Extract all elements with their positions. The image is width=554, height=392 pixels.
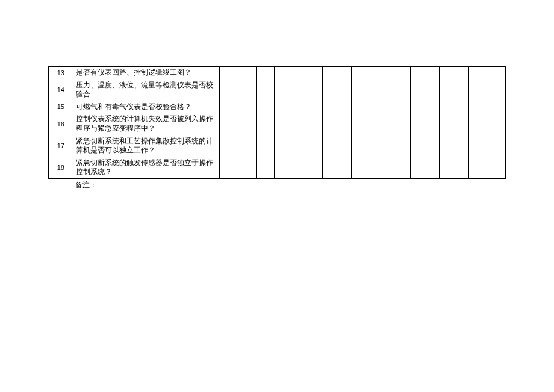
table-row: 17 紧急切断系统和工艺操作集散控制系统的计算机是否可以独立工作？ [49,135,506,157]
check-cell [256,157,274,178]
check-cell [275,113,293,135]
check-cell [322,67,352,79]
check-cell [410,67,440,79]
check-cell [410,113,440,135]
check-cell [440,157,469,178]
check-cell [293,101,322,113]
check-cell [322,135,352,157]
check-cell [238,157,256,178]
check-cell [440,113,469,135]
check-cell [381,79,410,101]
check-cell [410,101,440,113]
row-question: 是否有仪表回路、控制逻辑竣工图？ [73,67,220,79]
check-cell [440,79,469,101]
table-row: 15 可燃气和有毒气仪表是否校验合格？ [49,101,506,113]
check-cell [275,135,293,157]
check-cell [440,101,469,113]
check-cell [410,79,440,101]
remark-cell [469,101,506,113]
check-cell [275,67,293,79]
check-cell [322,157,352,178]
check-cell [352,79,381,101]
check-cell [352,135,381,157]
check-cell [352,67,381,79]
check-cell [256,135,274,157]
check-cell [238,101,256,113]
check-cell [352,157,381,178]
check-cell [220,157,238,178]
row-number: 13 [49,67,73,79]
row-question: 紧急切断系统的触发传感器是否独立于操作控制系统？ [73,157,220,178]
check-cell [293,79,322,101]
document-page: 13 是否有仪表回路、控制逻辑竣工图？ 14 压力、温度、液位、流量等检测仪表是… [0,0,554,190]
check-cell [238,67,256,79]
check-cell [381,135,410,157]
footnote-label: 备注： [48,180,506,190]
check-cell [220,113,238,135]
check-cell [275,79,293,101]
check-cell [293,135,322,157]
remark-cell [469,67,506,79]
remark-cell [469,113,506,135]
check-cell [220,67,238,79]
row-question: 控制仪表系统的计算机失效是否被列入操作程序与紧急应变程序中？ [73,113,220,135]
row-number: 17 [49,135,73,157]
remark-cell [469,79,506,101]
remark-cell [469,157,506,178]
check-cell [410,157,440,178]
check-cell [256,67,274,79]
check-cell [220,79,238,101]
check-cell [275,101,293,113]
check-cell [293,157,322,178]
table-row: 16 控制仪表系统的计算机失效是否被列入操作程序与紧急应变程序中？ [49,113,506,135]
check-cell [381,157,410,178]
row-question: 压力、温度、液位、流量等检测仪表是否校验合 [73,79,220,101]
check-cell [322,79,352,101]
check-cell [220,135,238,157]
check-cell [238,113,256,135]
remark-cell [469,135,506,157]
check-cell [256,113,274,135]
check-cell [238,79,256,101]
row-question: 紧急切断系统和工艺操作集散控制系统的计算机是否可以独立工作？ [73,135,220,157]
check-cell [352,113,381,135]
check-cell [440,67,469,79]
checklist-table: 13 是否有仪表回路、控制逻辑竣工图？ 14 压力、温度、液位、流量等检测仪表是… [48,66,506,179]
row-number: 18 [49,157,73,178]
check-cell [322,113,352,135]
table-row: 13 是否有仪表回路、控制逻辑竣工图？ [49,67,506,79]
check-cell [410,135,440,157]
check-cell [381,67,410,79]
check-cell [256,101,274,113]
check-cell [440,135,469,157]
check-cell [381,101,410,113]
check-cell [352,101,381,113]
check-cell [322,101,352,113]
check-cell [381,113,410,135]
check-cell [293,113,322,135]
check-cell [275,157,293,178]
check-cell [293,67,322,79]
check-cell [220,101,238,113]
row-number: 16 [49,113,73,135]
row-number: 15 [49,101,73,113]
row-question: 可燃气和有毒气仪表是否校验合格？ [73,101,220,113]
check-cell [238,135,256,157]
table-row: 14 压力、温度、液位、流量等检测仪表是否校验合 [49,79,506,101]
row-number: 14 [49,79,73,101]
check-cell [256,79,274,101]
table-row: 18 紧急切断系统的触发传感器是否独立于操作控制系统？ [49,157,506,178]
